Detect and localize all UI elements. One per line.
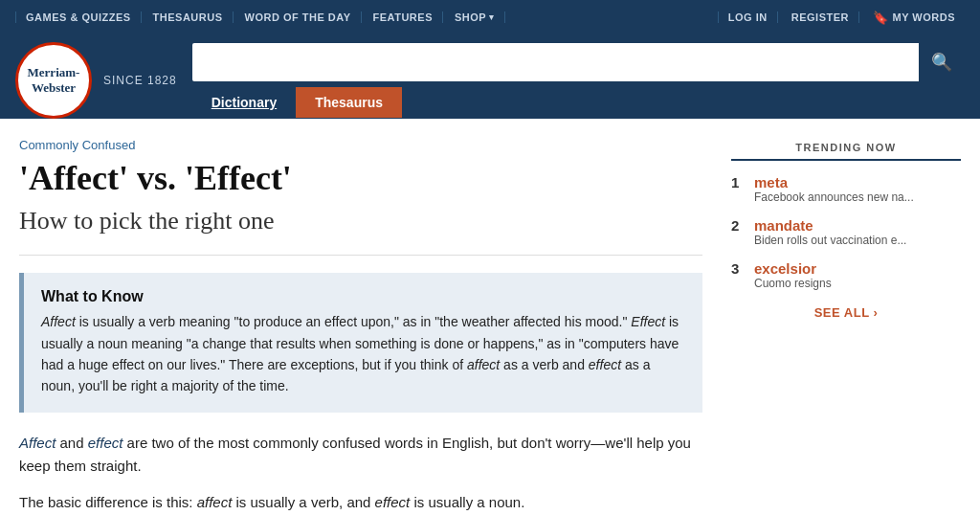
trending-num-3: 3 [731,260,745,277]
nav-word-of-day[interactable]: WORD OF THE DAY [235,11,362,23]
article-subtitle: How to pick the right one [19,207,702,235]
trending-desc-3: Cuomo resigns [754,277,832,290]
body-para-1: Affect and effect are two of the most co… [19,432,702,478]
search-button[interactable]: 🔍 [919,43,965,81]
main-content: Commonly Confused 'Affect' vs. 'Effect' … [19,138,702,515]
trending-num-1: 1 [731,174,745,190]
login-button[interactable]: LOG IN [718,11,778,23]
search-icon: 🔍 [931,52,952,73]
tab-thesaurus[interactable]: Thesaurus [296,87,402,118]
logo-wrap: Merriam- Webster SINCE 1828 [15,42,177,119]
register-button[interactable]: REGISTER [782,11,859,23]
trending-desc-1: Facebook announces new na... [754,190,914,204]
effect-link-1[interactable]: effect [88,435,123,451]
trending-item-1: 1 meta Facebook announces new na... [731,174,961,204]
site-header: Merriam- Webster SINCE 1828 🔍 Dictionary… [0,34,980,119]
divider [19,255,702,256]
top-nav: GAMES & QUIZZES THESAURUS WORD OF THE DA… [0,0,980,34]
tabs-bar: Dictionary Thesaurus [192,87,965,118]
trending-word-2[interactable]: mandate [754,217,906,234]
trending-word-wrap-3: excelsior Cuomo resigns [754,260,832,290]
bookmark-icon: 🔖 [873,11,889,25]
article-title: 'Affect' vs. 'Effect' [19,158,702,199]
trending-word-1[interactable]: meta [754,174,914,190]
search-bar: 🔍 [192,43,965,81]
what-to-know-text: Affect is usually a verb meaning "to pro… [41,311,685,397]
content-area: Commonly Confused 'Affect' vs. 'Effect' … [0,119,980,515]
sidebar: TRENDING NOW 1 meta Facebook announces n… [731,138,961,515]
trending-word-3[interactable]: excelsior [754,260,832,277]
search-input[interactable] [192,54,919,71]
category-label: Commonly Confused [19,138,702,152]
see-all-wrap: SEE ALL › [731,303,961,321]
trending-item-2: 2 mandate Biden rolls out vaccination e.… [731,217,961,247]
what-to-know-title: What to Know [41,288,685,305]
top-nav-right: LOG IN REGISTER 🔖 MY WORDS [718,11,965,25]
trending-divider [731,159,961,161]
trending-word-wrap-1: meta Facebook announces new na... [754,174,914,204]
nav-thesaurus[interactable]: THESAURUS [144,11,234,23]
trending-word-wrap-2: mandate Biden rolls out vaccination e... [754,217,906,247]
chevron-right-icon: › [873,305,878,320]
trending-item-3: 3 excelsior Cuomo resigns [731,260,961,290]
nav-shop[interactable]: SHOP ▾ [445,11,505,23]
chevron-down-icon: ▾ [489,12,495,22]
trending-desc-2: Biden rolls out vaccination e... [754,234,906,247]
nav-features[interactable]: FEATURES [364,11,443,23]
what-to-know-box: What to Know Affect is usually a verb me… [19,273,702,413]
since-label: SINCE 1828 [103,74,177,87]
top-nav-left: GAMES & QUIZZES THESAURUS WORD OF THE DA… [15,11,505,23]
my-words-button[interactable]: 🔖 MY WORDS [863,11,965,25]
trending-num-2: 2 [731,217,745,234]
see-all-button[interactable]: SEE ALL › [814,305,879,320]
search-wrap: 🔍 Dictionary Thesaurus [192,43,965,118]
trending-title: TRENDING NOW [731,142,961,153]
tab-dictionary[interactable]: Dictionary [192,87,296,118]
logo-text: Merriam- Webster [28,65,80,95]
body-para-2: The basic difference is this: affect is … [19,491,702,514]
nav-games-quizzes[interactable]: GAMES & QUIZZES [15,11,142,23]
affect-link-1[interactable]: Affect [19,435,56,451]
logo[interactable]: Merriam- Webster [15,42,92,119]
